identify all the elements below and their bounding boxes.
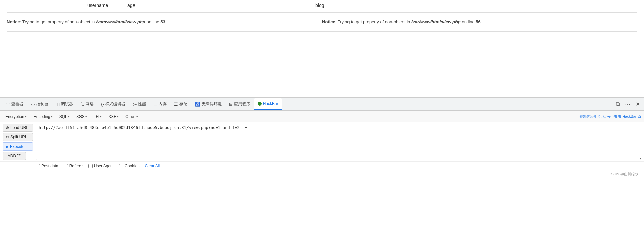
debugger-icon: ◫ <box>56 102 60 107</box>
add-slash-label: ADD "/" <box>8 154 21 158</box>
hackbar-panel: Encryption ▾ Encoding ▾ SQL ▾ XSS ▾ LFI … <box>0 111 644 170</box>
xss-label: XSS <box>76 114 85 119</box>
tab-application[interactable]: ⊞ 应用程序 <box>226 98 254 110</box>
tab-style-editor-label: 样式编辑器 <box>105 101 125 107</box>
tab-hackbar-label: HackBar <box>263 101 278 106</box>
devtools-bar: ⬚ 查看器 ▭ 控制台 ◫ 调试器 ⇅ 网络 {} 样式编辑器 ◎ 性能 ▭ 内… <box>0 97 644 111</box>
other-arrow-icon: ▾ <box>136 115 138 118</box>
tab-style-editor[interactable]: {} 样式编辑器 <box>98 98 129 110</box>
notice-path-1: /var/www/html/view.php <box>96 19 145 24</box>
tab-application-label: 应用程序 <box>234 101 250 107</box>
add-slash-button[interactable]: ADD "/" <box>3 152 26 160</box>
xss-arrow-icon: ▾ <box>85 115 87 118</box>
tab-storage[interactable]: ☰ 存储 <box>171 98 191 110</box>
post-data-checkbox-label[interactable]: Post data <box>36 164 58 168</box>
referer-checkbox-label[interactable]: Referer <box>64 164 83 168</box>
hackbar-options: Post data Referer User Agent Cookies Cle… <box>0 161 644 170</box>
lfi-dropdown[interactable]: LFI ▾ <box>91 113 104 120</box>
cookies-checkbox-label[interactable]: Cookies <box>119 164 139 168</box>
clear-all-button[interactable]: Clear All <box>145 164 160 168</box>
notice-line-text-1: on line <box>145 19 161 24</box>
referer-checkbox[interactable] <box>64 164 68 168</box>
xxe-label: XXE <box>108 114 116 119</box>
col-age: age <box>127 3 148 8</box>
hackbar-dot-icon <box>258 102 262 106</box>
load-url-label: Load URL <box>10 125 29 130</box>
load-url-icon: ⊕ <box>6 125 9 130</box>
dock-icon[interactable]: ⧉ <box>614 100 621 108</box>
sql-dropdown[interactable]: SQL ▾ <box>57 113 72 120</box>
storage-icon: ☰ <box>174 102 178 107</box>
execute-label: Execute <box>10 144 24 149</box>
tab-hackbar[interactable]: HackBar <box>254 98 282 110</box>
encryption-arrow-icon: ▾ <box>25 115 27 118</box>
tab-console[interactable]: ▭ 控制台 <box>28 98 52 110</box>
tab-accessibility[interactable]: ♿ 无障碍环境 <box>192 98 225 110</box>
application-icon: ⊞ <box>229 102 233 107</box>
xxe-dropdown[interactable]: XXE ▾ <box>106 113 121 120</box>
notice-cell-1: Notice: Trying to get property of non-ob… <box>7 19 322 24</box>
main-content: username age blog Notice: Trying to get … <box>0 0 644 97</box>
execute-icon: ▶ <box>6 144 9 149</box>
devtools-right-controls: ⧉ ⋯ ✕ <box>614 100 641 109</box>
notice-text-1: : Trying to get property of non-object i… <box>20 19 96 24</box>
tab-console-label: 控制台 <box>36 101 48 107</box>
tab-accessibility-label: 无障碍环境 <box>202 101 222 107</box>
encryption-dropdown[interactable]: Encryption ▾ <box>3 113 30 120</box>
tab-performance-label: 性能 <box>138 101 146 107</box>
network-icon: ⇅ <box>80 102 84 107</box>
post-data-checkbox[interactable] <box>36 164 40 168</box>
table-header: username age blog <box>7 0 637 11</box>
user-agent-checkbox[interactable] <box>88 164 93 168</box>
style-editor-icon: {} <box>101 102 104 107</box>
accessibility-icon: ♿ <box>195 102 200 107</box>
tab-memory[interactable]: ▭ 内存 <box>150 98 170 110</box>
hackbar-toolbar: Encryption ▾ Encoding ▾ SQL ▾ XSS ▾ LFI … <box>0 111 644 122</box>
execute-button[interactable]: ▶ Execute <box>3 142 33 151</box>
user-agent-label: User Agent <box>94 164 114 168</box>
hackbar-credit: ©微信公众号: 江南小虫虫 HackBar v2 <box>580 114 641 119</box>
close-devtools-icon[interactable]: ✕ <box>634 100 641 109</box>
notice-line-1: 53 <box>160 19 165 24</box>
user-agent-checkbox-label[interactable]: User Agent <box>88 164 114 168</box>
split-url-button[interactable]: ✂ Split URL <box>3 133 33 141</box>
bottom-credit: CSDN @山川绿水 <box>0 170 644 178</box>
divider-2 <box>7 31 637 32</box>
tab-inspector[interactable]: ⬚ 查看器 <box>3 98 27 110</box>
sql-label: SQL <box>59 114 67 119</box>
encoding-dropdown[interactable]: Encoding ▾ <box>31 113 55 120</box>
notice-row: Notice: Trying to get property of non-ob… <box>7 14 637 30</box>
split-url-icon: ✂ <box>6 135 9 139</box>
hackbar-action-buttons: ⊕ Load URL ✂ Split URL ▶ Execute ADD "/" <box>3 124 33 160</box>
xxe-arrow-icon: ▾ <box>117 115 119 118</box>
encryption-label: Encryption <box>5 114 24 119</box>
notice-label-2: Notice <box>322 19 335 24</box>
tab-network[interactable]: ⇅ 网络 <box>77 98 97 110</box>
encoding-label: Encoding <box>34 114 50 119</box>
notice-label-1: Notice <box>7 19 20 24</box>
tab-memory-label: 内存 <box>159 101 167 107</box>
hackbar-url-area: ⊕ Load URL ✂ Split URL ▶ Execute ADD "/"… <box>0 122 644 161</box>
xss-dropdown[interactable]: XSS ▾ <box>74 113 90 120</box>
notice-text-2: : Trying to get property of non-object i… <box>335 19 411 24</box>
tab-storage-label: 存储 <box>179 101 187 107</box>
tab-debugger[interactable]: ◫ 调试器 <box>52 98 76 110</box>
notice-path-2: /var/www/html/view.php <box>411 19 461 24</box>
tab-network-label: 网络 <box>86 101 94 107</box>
tab-performance[interactable]: ◎ 性能 <box>129 98 149 110</box>
more-options-icon[interactable]: ⋯ <box>624 100 632 109</box>
tab-inspector-label: 查看器 <box>11 101 23 107</box>
cookies-checkbox[interactable] <box>119 164 123 168</box>
sql-arrow-icon: ▾ <box>68 115 70 118</box>
tab-debugger-label: 调试器 <box>61 101 73 107</box>
notice-cell-2: Notice: Trying to get property of non-ob… <box>322 19 637 24</box>
load-url-button[interactable]: ⊕ Load URL <box>3 124 33 132</box>
memory-icon: ▭ <box>153 102 157 107</box>
other-dropdown[interactable]: Other ▾ <box>123 113 141 120</box>
notice-line-2: 56 <box>476 19 480 24</box>
inspector-icon: ⬚ <box>6 102 10 107</box>
col-username: username <box>87 3 114 8</box>
cookies-label: Cookies <box>125 164 139 168</box>
split-url-label: Split URL <box>10 135 28 139</box>
url-input[interactable]: http://2aefff51-a5d8-483c-b4b1-5d002d184… <box>36 124 641 160</box>
